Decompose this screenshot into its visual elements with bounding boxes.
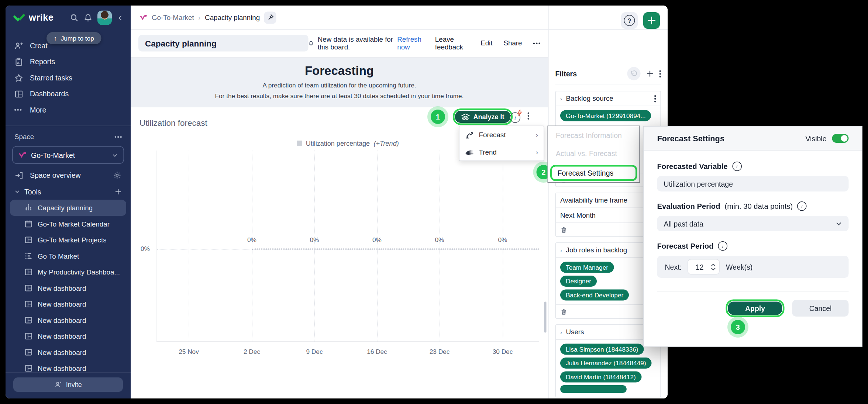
chevron-right-icon: › [560,96,562,102]
bell-icon[interactable] [84,13,93,22]
owl-icon [461,113,470,121]
analyze-it-highlight: Analyze It [453,108,513,125]
highlight-ring: Analyze It [453,108,513,125]
chart-menu-icon[interactable] [528,113,530,120]
space-selector[interactable]: Go-To-Market [12,146,124,164]
sidebar-item-reports[interactable]: Reports [6,54,131,70]
sidebar-item-new-dashboard-1[interactable]: New dashboard [10,280,126,296]
sidebar-item-go-to-market[interactable]: Go To Market [10,248,126,264]
gridline [503,151,503,342]
user-pill[interactable]: David Martin (18448412) [560,372,641,383]
job-role-pill[interactable]: Back-end Developer [560,290,629,301]
x-axis-tick: 9 Dec [295,348,334,355]
wrike-app-window: wrike [6,6,668,398]
forecast-submenu: Forecast Information Actual vs. Forecast… [548,126,640,183]
user-pill[interactable]: Julia Hernandez (18448449) [560,358,652,369]
space-section-header: Space [6,128,131,145]
zero-data-line [252,249,540,250]
step-badge-1: 1 [431,110,445,124]
analyze-it-button[interactable]: Analyze It [455,111,510,123]
add-filter-icon[interactable] [646,70,654,77]
sidebar-item-starred-tasks[interactable]: Starred tasks [6,70,131,86]
collapse-sidebar-icon[interactable] [117,14,124,21]
sidebar-item-more[interactable]: More [6,102,131,118]
wrike-logo[interactable]: wrike [13,12,54,23]
add-tool-icon[interactable] [115,188,122,195]
sidebar-item-new-dashboard-5[interactable]: New dashboard [10,344,126,360]
trash-icon[interactable] [560,226,568,234]
analyze-dropdown-menu: Forecast › Trend › [459,126,544,161]
create-new-button[interactable] [643,12,660,29]
more-horizontal-icon[interactable] [533,42,541,44]
forecasted-variable-field[interactable]: Utilization percentage [657,176,849,191]
menu-item-forecast-information[interactable]: Forecast Information [548,126,640,145]
weeks-unit-label: Week(s) [726,263,752,271]
job-role-pill[interactable]: Designer [560,276,597,287]
edit-button[interactable]: Edit [480,39,492,47]
sidebar-item-dashboards[interactable]: Dashboards [6,86,131,102]
leave-feedback-button[interactable]: Leave feedback [435,35,469,51]
x-axis-tick: 25 Nov [169,348,208,355]
sidebar-item-space-overview[interactable]: Space overview [6,167,131,183]
evaluation-period-select[interactable]: All past data [657,216,849,231]
sidebar-item-new-dashboard-3[interactable]: New dashboard [10,312,126,328]
backlog-source-header[interactable]: › Backlog source [556,91,661,107]
jump-to-top-tooltip[interactable]: ↑ Jump to top [46,32,101,44]
invite-button[interactable]: Invite [13,377,123,392]
filters-menu-icon[interactable] [659,70,661,77]
reset-filters-icon[interactable] [627,67,641,80]
tools-section-header[interactable]: Tools [6,183,131,200]
sidebar-item-new-dashboard-4[interactable]: New dashboard [10,328,126,345]
menu-item-actual-vs-forecast[interactable]: Actual vs. Forecast [548,145,640,163]
sidebar-item-label: Go-To Market Calendar [38,220,110,228]
user-pill[interactable]: Lisa Simpson (18448336) [560,344,644,355]
sidebar-item-gtm-calendar[interactable]: Go-To Market Calendar [10,216,126,232]
backlog-menu-icon[interactable] [654,95,656,102]
apply-button[interactable]: Apply [728,302,782,315]
sidebar-item-new-dashboard-2[interactable]: New dashboard [10,296,126,313]
sidebar-item-my-productivity-dashboard[interactable]: My Productivity Dashboa... [10,264,126,280]
trash-icon[interactable] [560,308,568,315]
forecasting-banner: Forecasting A prediction of team utiliza… [131,58,548,107]
share-button[interactable]: Share [503,39,522,47]
filter-group-title: Availability time frame [560,197,627,204]
info-icon[interactable]: i [718,241,728,251]
sidebar-nav: Creat Reports [6,38,131,118]
cancel-button[interactable]: Cancel [792,300,849,317]
main-content: Go-To-Market › Capacity planning Capacit… [131,6,548,398]
weeks-stepper[interactable]: 12 [688,259,720,274]
menu-item-trend[interactable]: Trend › [459,144,544,161]
job-role-pill[interactable]: Team Manager [560,262,614,273]
board-icon [24,332,33,341]
info-indicator[interactable]: i [510,113,521,123]
board-title-input[interactable]: Capacity planning [138,35,309,52]
info-icon[interactable]: i [732,162,742,171]
backlog-pill[interactable]: Go-To-Market (129910894... [560,110,651,121]
info-icon[interactable]: i [797,201,807,211]
board-title-value: Capacity planning [145,38,217,48]
menu-item-forecast-settings[interactable]: Forecast Settings [550,165,637,181]
chevron-right-icon: › [560,329,562,335]
vertical-scrollbar[interactable] [544,302,547,333]
space-more-icon[interactable] [115,136,122,138]
gridline [314,151,315,342]
menu-item-forecast[interactable]: Forecast › [459,126,544,144]
next-label: Next: [665,263,682,271]
workflow-list-icon [24,252,33,260]
visible-toggle[interactable] [832,134,849,143]
pin-icon[interactable] [264,11,276,24]
sidebar-item-gtm-projects[interactable]: Go-To Market Projects [10,232,126,248]
breadcrumb-space-link[interactable]: Go-To-Market [152,14,194,21]
sidebar-item-label: Creat [30,42,48,50]
refresh-now-link[interactable]: Refresh now [397,35,424,51]
user-pill-partial[interactable] [560,385,627,393]
chevron-right-icon: › [560,247,562,253]
banner-title: Forecasting [131,64,548,78]
stepper-arrows-icon[interactable] [711,263,720,270]
user-avatar[interactable] [97,11,112,25]
search-icon[interactable] [70,13,79,22]
sidebar-item-capacity-planning[interactable]: Capacity planning [10,200,126,216]
weeks-value: 12 [688,263,711,271]
help-button[interactable]: ? [621,12,638,29]
gear-icon[interactable] [113,171,122,180]
